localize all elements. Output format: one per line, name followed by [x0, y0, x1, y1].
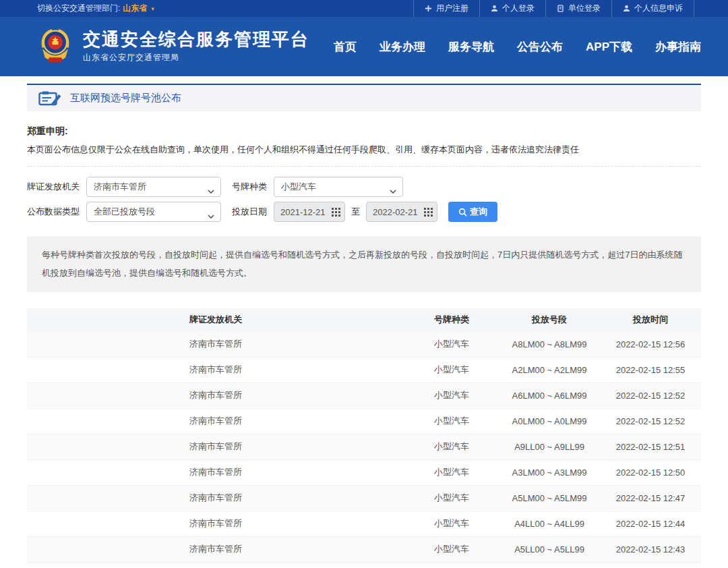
table-cell: 小型汽车 — [404, 434, 499, 459]
table-row: 济南市车管所小型汽车A9LL00 ~ A9LL992022-02-15 12:5… — [27, 434, 701, 459]
register-link[interactable]: 用户注册 — [413, 0, 479, 17]
appeal-link[interactable]: 个人信息申诉 — [611, 0, 694, 17]
chevron-down-icon — [208, 186, 214, 196]
table-cell: A5LL00 ~ A5LL99 — [499, 536, 600, 562]
col-header-number-segment: 投放号段 — [499, 308, 600, 331]
nav-item-home[interactable]: 首页 — [334, 39, 357, 55]
table-cell: 济南市车管所 — [27, 459, 404, 485]
table-cell: 济南市车管所 — [27, 562, 404, 568]
col-header-plate-type: 号牌种类 — [404, 308, 499, 331]
data-type-label: 公布数据类型 — [27, 206, 80, 218]
table-row: 济南市车管所小型汽车A3LM00 ~ A3LM992022-02-15 12:5… — [27, 459, 701, 485]
nav-item-business[interactable]: 业务办理 — [380, 39, 425, 55]
table-cell: 济南市车管所 — [27, 357, 404, 382]
table-cell: 小型汽车 — [404, 536, 499, 562]
table-cell: 小型汽车 — [404, 485, 499, 511]
issuing-office-select[interactable]: 济南市车管所 — [86, 177, 221, 197]
table-cell: 2022-02-15 12:44 — [600, 511, 701, 536]
table-body: 济南市车管所小型汽车A8LM00 ~ A8LM992022-02-15 12:5… — [27, 331, 701, 568]
nav-item-app-download[interactable]: APP下载 — [586, 39, 632, 55]
table-cell: 2022-02-15 12:55 — [600, 357, 701, 382]
nav-item-handling-guide[interactable]: 办事指南 — [655, 39, 701, 55]
table-cell: 2022-02-15 12:56 — [600, 331, 701, 357]
caret-down-icon: ▾ — [151, 5, 154, 12]
table-cell: 小型汽车 — [404, 459, 499, 485]
table-cell: A5LM00 ~ A5LM99 — [499, 485, 600, 511]
rules-notice: 每种号牌种类首次投放的号段，自投放时间起，提供自编选号和随机选号方式，之后再新投… — [27, 236, 701, 292]
page-title-bar: 互联网预选号牌号池公布 — [27, 84, 701, 111]
table-cell: A4LM00 ~ A4LM99 — [499, 562, 600, 568]
declaration-text: 本页面公布信息仅限于公众在线自助查询，单次使用，任何个人和组织不得通过任何手段爬… — [27, 144, 701, 156]
org-icon — [557, 5, 564, 12]
personal-login-label: 个人登录 — [502, 3, 535, 14]
plate-type-value: 小型汽车 — [281, 181, 316, 193]
col-header-issuing-office: 牌证发放机关 — [27, 308, 404, 331]
table-cell: 小型汽车 — [404, 511, 499, 536]
unit-login-label: 单位登录 — [568, 3, 601, 14]
table-cell: A2LM00 ~ A2LM99 — [499, 357, 600, 382]
declaration-title: 郑重申明: — [27, 125, 701, 138]
plate-type-label: 号牌种类 — [232, 181, 267, 193]
table-cell: A4LL00 ~ A4LL99 — [499, 511, 600, 536]
magnifier-icon — [458, 208, 467, 217]
switch-department-label: 切换公安交通管理部门: — [37, 3, 120, 14]
data-type-value: 全部已投放号段 — [94, 206, 155, 218]
table-cell: 小型汽车 — [404, 357, 499, 382]
table-row: 济南市车管所小型汽车A5LM00 ~ A5LM992022-02-15 12:4… — [27, 485, 701, 511]
site-header: 交通安全综合服务管理平台 山东省公安厅交通管理局 首页 业务办理 服务导航 公告… — [0, 17, 728, 76]
unit-login-link[interactable]: 单位登录 — [545, 0, 611, 17]
table-cell: 小型汽车 — [404, 562, 499, 568]
table-row: 济南市车管所小型汽车A4LM00 ~ A4LM992022-02-15 12:3… — [27, 562, 701, 568]
table-cell: 济南市车管所 — [27, 382, 404, 408]
date-range-to-label: 至 — [351, 206, 360, 218]
declaration-section: 郑重申明: 本页面公布信息仅限于公众在线自助查询，单次使用，任何个人和组织不得通… — [27, 125, 701, 167]
site-title: 交通安全综合服务管理平台 — [83, 30, 309, 50]
chevron-down-icon — [390, 186, 396, 196]
table-cell: 小型汽车 — [404, 382, 499, 408]
date-from-input[interactable]: 2021-12-21 — [274, 202, 345, 222]
table-cell: A9LL00 ~ A9LL99 — [499, 434, 600, 459]
user-icon — [491, 5, 498, 12]
table-cell: 2022-02-15 12:51 — [600, 434, 701, 459]
top-utility-bar: 切换公安交通管理部门: 山东省 ▾ 用户注册 个人登录 单位登录 个人信息申诉 — [0, 0, 728, 17]
calendar-grid-icon — [327, 208, 344, 217]
document-pen-icon — [38, 90, 61, 107]
table-cell: A6LM00 ~ A6LM99 — [499, 382, 600, 408]
table-cell: 济南市车管所 — [27, 511, 404, 536]
page-title: 互联网预选号牌号池公布 — [70, 92, 181, 105]
search-button-label: 查询 — [470, 206, 487, 218]
table-row: 济南市车管所小型汽车A5LL00 ~ A5LL992022-02-15 12:4… — [27, 536, 701, 562]
register-link-label: 用户注册 — [436, 3, 468, 14]
table-cell: 济南市车管所 — [27, 536, 404, 562]
main-nav: 首页 业务办理 服务导航 公告公布 APP下载 办事指南 — [334, 39, 701, 55]
table-cell: 济南市车管所 — [27, 331, 404, 357]
region-selector[interactable]: 山东省 — [123, 3, 147, 14]
filter-form: 牌证发放机关 济南市车管所 号牌种类 小型汽车 公布数据类型 全部已投放号段 投… — [27, 177, 701, 222]
issuing-office-value: 济南市车管所 — [94, 181, 146, 193]
table-cell: 济南市车管所 — [27, 485, 404, 511]
date-to-input[interactable]: 2022-02-21 — [366, 202, 437, 222]
table-row: 济南市车管所小型汽车A0LM00 ~ A0LM992022-02-15 12:5… — [27, 408, 701, 434]
plate-type-select[interactable]: 小型汽车 — [274, 177, 403, 197]
police-badge-logo — [37, 26, 73, 67]
data-type-select[interactable]: 全部已投放号段 — [86, 202, 221, 222]
personal-login-link[interactable]: 个人登录 — [479, 0, 545, 17]
table-cell: 小型汽车 — [404, 408, 499, 434]
table-cell: A8LM00 ~ A8LM99 — [499, 331, 600, 357]
table-cell: 2022-02-15 12:50 — [600, 459, 701, 485]
table-cell: 2022-02-15 12:43 — [600, 536, 701, 562]
nav-item-announcements[interactable]: 公告公布 — [517, 39, 563, 55]
table-cell: 2022-02-15 12:52 — [600, 408, 701, 434]
table-cell: 2022-02-15 12:52 — [600, 382, 701, 408]
nav-item-service-guide[interactable]: 服务导航 — [448, 39, 494, 55]
table-header-row: 牌证发放机关 号牌种类 投放号段 投放时间 — [27, 308, 701, 331]
table-cell: 2022-02-15 12:39 — [600, 562, 701, 568]
table-cell: A0LM00 ~ A0LM99 — [499, 408, 600, 434]
user-icon — [623, 5, 630, 12]
calendar-grid-icon — [419, 208, 437, 217]
number-pool-table: 牌证发放机关 号牌种类 投放号段 投放时间 济南市车管所小型汽车A8LM00 ~… — [27, 308, 701, 568]
table-row: 济南市车管所小型汽车A2LM00 ~ A2LM992022-02-15 12:5… — [27, 357, 701, 382]
table-row: 济南市车管所小型汽车A4LL00 ~ A4LL992022-02-15 12:4… — [27, 511, 701, 536]
site-subtitle: 山东省公安厅交通管理局 — [83, 52, 309, 63]
search-button[interactable]: 查询 — [448, 202, 497, 222]
